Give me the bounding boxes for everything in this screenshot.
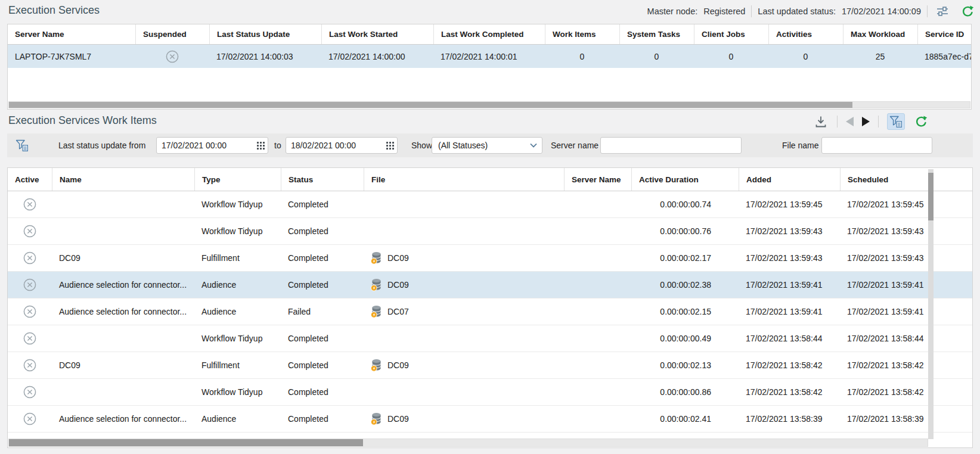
cell-status: Completed [281, 218, 364, 244]
cell-scheduled: 17/02/2021 13:58:44 [840, 325, 972, 352]
cell-active [8, 406, 52, 432]
cell-added: 17/02/2021 13:58:42 [739, 379, 840, 405]
refresh-icon[interactable] [960, 4, 975, 19]
divider [927, 5, 928, 17]
divider [751, 5, 752, 17]
servers-col-client-jobs[interactable]: Client Jobs [694, 24, 768, 44]
date-from-field[interactable] [156, 137, 268, 154]
funnel-document-icon [15, 133, 29, 157]
work-item-row[interactable]: Audience selection for connector...Audie… [8, 298, 972, 325]
page-title: Execution Services [8, 4, 100, 17]
file-name-text: DC09 [387, 280, 409, 290]
cell-scheduled: 17/02/2021 13:59:45 [840, 191, 972, 217]
cell-scheduled: 17/02/2021 13:59:41 [840, 298, 972, 325]
scrollbar-thumb[interactable] [9, 439, 363, 446]
cell-active [8, 352, 52, 378]
settings-sliders-icon[interactable] [935, 4, 950, 19]
refresh-icon[interactable] [913, 114, 929, 129]
servers-col-system-tasks[interactable]: System Tasks [619, 24, 694, 44]
next-page-icon[interactable] [862, 117, 870, 126]
servers-col-suspended[interactable]: Suspended [135, 24, 209, 44]
servers-col-last-status-update[interactable]: Last Status Update [209, 24, 321, 44]
wi-col-active[interactable]: Active [8, 168, 52, 191]
cell-added: 17/02/2021 13:59:41 [739, 298, 840, 325]
top-bar: Execution Services Master node: Register… [0, 0, 980, 23]
servers-col-last-work-started[interactable]: Last Work Started [321, 24, 433, 44]
wi-col-added[interactable]: Added [739, 168, 840, 191]
database-file-icon [371, 412, 382, 425]
wi-col-status[interactable]: Status [281, 168, 364, 191]
work-item-row[interactable]: Workflow TidyupCompleted0.00:00:00.7617/… [8, 218, 972, 245]
circle-x-icon [23, 278, 36, 291]
vertical-scrollbar[interactable] [928, 169, 934, 439]
database-file-icon [371, 305, 382, 318]
cell-work-items: 0 [545, 45, 619, 68]
wi-col-scheduled[interactable]: Scheduled [840, 168, 972, 191]
scrollbar-thumb[interactable] [928, 173, 934, 220]
calendar-grid-icon[interactable] [253, 138, 268, 153]
cell-active [8, 218, 52, 244]
cell-added: 17/02/2021 13:58:44 [739, 325, 840, 352]
cell-active-duration: 0.00:00:00.49 [631, 325, 739, 352]
servers-col-max-workload[interactable]: Max Workload [843, 24, 917, 44]
master-node-value: Registered [703, 7, 745, 16]
work-item-row[interactable]: Workflow TidyupCompleted0.00:00:00.7417/… [8, 191, 972, 218]
wi-col-active-duration[interactable]: Active Duration [631, 168, 739, 191]
wi-col-server-name[interactable]: Server Name [564, 168, 631, 191]
circle-x-icon [23, 385, 36, 399]
servers-col-work-items[interactable]: Work Items [545, 24, 619, 44]
server-name-input[interactable] [600, 137, 742, 154]
wi-col-name[interactable]: Name [52, 168, 194, 191]
servers-col-activities[interactable]: Activities [768, 24, 843, 44]
cell-name [52, 218, 194, 244]
work-item-row[interactable]: Audience selection for connector...Audie… [8, 406, 972, 433]
wi-col-file[interactable]: File [364, 168, 564, 191]
cell-active [8, 325, 52, 352]
work-item-row[interactable]: Workflow TidyupCompleted0.00:00:00.4917/… [8, 325, 972, 352]
work-item-row[interactable]: Workflow TidyupCompleted0.00:00:00.8617/… [8, 379, 972, 406]
status-select[interactable]: (All Statuses) [432, 137, 542, 154]
previous-page-icon[interactable] [846, 117, 854, 126]
circle-x-icon [23, 359, 36, 372]
work-item-row[interactable]: DC09FulfillmentCompleted DC090.00:00:02.… [8, 245, 972, 272]
scrollbar-thumb[interactable] [9, 102, 852, 108]
servers-col-service-id[interactable]: Service ID [917, 24, 971, 44]
file-name-input[interactable] [821, 137, 932, 154]
cell-added: 17/02/2021 13:58:42 [739, 352, 840, 378]
file-name-text: DC09 [387, 414, 409, 424]
cell-last-status-update: 17/02/2021 14:00:03 [209, 45, 321, 68]
work-item-row[interactable]: Audience selection for connector...Audie… [8, 272, 972, 298]
circle-x-icon [23, 251, 36, 265]
server-row[interactable]: LAPTOP-7JK7SML7 17/02/2021 14:00:03 17/0… [8, 45, 971, 68]
file-name-text: DC07 [387, 307, 409, 316]
server-name-label: Server name [551, 133, 598, 157]
calendar-grid-icon[interactable] [383, 138, 397, 153]
cell-type: Workflow Tidyup [194, 218, 281, 244]
cell-file: DC09 [364, 406, 564, 432]
wi-col-type[interactable]: Type [194, 168, 281, 191]
servers-table-header: Server NameSuspendedLast Status UpdateLa… [8, 24, 971, 45]
horizontal-scrollbar[interactable] [8, 101, 970, 108]
cell-added: 17/02/2021 13:59:45 [739, 191, 840, 217]
cell-client-jobs: 0 [694, 45, 768, 68]
servers-col-server-name[interactable]: Server Name [8, 24, 135, 44]
cell-added: 17/02/2021 13:59:43 [739, 245, 840, 271]
date-to-input[interactable] [286, 141, 383, 150]
work-item-row[interactable]: DC09FulfillmentCompleted DC090.00:00:02.… [8, 352, 972, 379]
cell-server-name: LAPTOP-7JK7SML7 [8, 45, 135, 68]
cell-active [8, 272, 52, 298]
filter-toggle-icon[interactable] [887, 113, 905, 130]
servers-col-last-work-completed[interactable]: Last Work Completed [433, 24, 545, 44]
date-to-field[interactable] [286, 137, 398, 154]
cell-active-duration: 0.00:00:02.41 [631, 406, 739, 432]
filter-bar: Last status update from to [7, 133, 973, 157]
date-from-input[interactable] [157, 141, 253, 150]
circle-x-icon [23, 412, 36, 425]
cell-max-workload: 25 [843, 45, 917, 68]
cell-scheduled: 17/02/2021 13:59:43 [840, 218, 972, 244]
cell-name: Audience selection for connector... [52, 406, 194, 432]
circle-x-icon [23, 305, 36, 318]
horizontal-scrollbar[interactable] [8, 439, 928, 447]
download-icon[interactable] [813, 114, 829, 129]
cell-file: DC09 [364, 352, 564, 378]
